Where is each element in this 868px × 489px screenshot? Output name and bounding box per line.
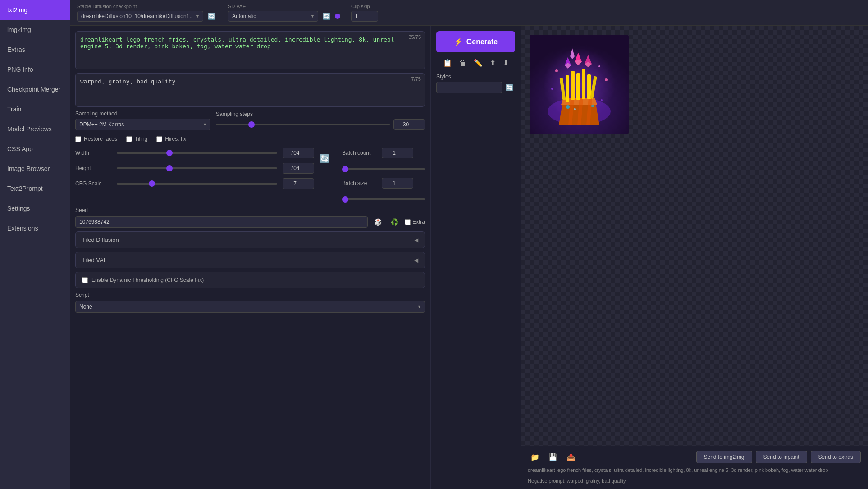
seed-recycle-btn[interactable]: ♻️ bbox=[388, 217, 401, 227]
height-row: Height bbox=[75, 163, 314, 174]
sidebar-item-extensions[interactable]: Extensions bbox=[0, 218, 70, 238]
clip-skip-label: Clip skip bbox=[351, 4, 378, 9]
checkpoint-refresh-btn[interactable]: 🔄 bbox=[206, 12, 217, 21]
svg-rect-8 bbox=[566, 75, 569, 102]
seed-input[interactable] bbox=[75, 216, 368, 228]
tiled-vae-accordion: Tiled VAE ◀ bbox=[75, 252, 425, 268]
svg-line-6 bbox=[579, 98, 581, 125]
sidebar-item-png-info[interactable]: PNG Info bbox=[0, 60, 70, 79]
sidebar-item-extras[interactable]: Extras bbox=[0, 40, 70, 60]
share-image-btn[interactable]: 📤 bbox=[564, 451, 578, 463]
negative-prompt-textarea[interactable]: warped, grainy, bad quality bbox=[76, 74, 425, 105]
sidebar-item-model-previews[interactable]: Model Previews bbox=[0, 119, 70, 139]
generate-button[interactable]: ⚡ Generate bbox=[436, 31, 515, 52]
checkpoint-select[interactable]: dreamlikeDiffusion10_10/dreamlikeDiffusi… bbox=[77, 11, 203, 22]
sidebar-item-image-browser[interactable]: Image Browser bbox=[0, 159, 70, 179]
width-label: Width bbox=[75, 150, 111, 156]
svg-rect-12 bbox=[587, 74, 591, 99]
sidebar-item-checkpoint-merger[interactable]: Checkpoint Merger bbox=[0, 79, 70, 99]
image-and-bottom: 📁 💾 📤 Send to img2img Send to inpaint bbox=[521, 26, 868, 489]
save-image-btn[interactable]: 💾 bbox=[546, 451, 560, 463]
bottom-icons: 📁 💾 📤 bbox=[528, 451, 578, 463]
edit-prompt-btn[interactable]: ✏️ bbox=[472, 57, 484, 69]
vae-select[interactable]: Automatic bbox=[228, 11, 318, 22]
dims-section: Width Height CFG Scale bbox=[75, 148, 314, 189]
sampling-steps-input[interactable] bbox=[393, 119, 425, 130]
sidebar-item-text2prompt[interactable]: Text2Prompt bbox=[0, 179, 70, 198]
svg-point-28 bbox=[591, 105, 594, 107]
sidebar-item-txt2img[interactable]: txt2img bbox=[0, 0, 70, 20]
sidebar-item-img2img[interactable]: img2img bbox=[0, 20, 70, 40]
tiled-diffusion-header[interactable]: Tiled Diffusion ◀ bbox=[76, 232, 425, 248]
send-to-extras-btn[interactable]: Send to extras bbox=[811, 451, 861, 463]
dynamic-thresholding-checkbox[interactable] bbox=[82, 277, 88, 283]
svg-rect-10 bbox=[576, 73, 580, 100]
cfg-slider[interactable] bbox=[117, 183, 277, 185]
sidebar-item-settings[interactable]: Settings bbox=[0, 198, 70, 218]
sampling-steps-slider[interactable] bbox=[216, 124, 390, 125]
batch-size-row: Batch size bbox=[342, 178, 425, 189]
batch-size-slider[interactable] bbox=[342, 198, 425, 200]
open-folder-btn[interactable]: 📁 bbox=[528, 451, 542, 463]
negative-prompt-box: 7/75 warped, grainy, bad quality bbox=[75, 73, 425, 107]
positive-prompt-box: 35/75 dreamlikeart lego french fries, cr… bbox=[75, 31, 425, 69]
sampling-method-select[interactable]: DPM++ 2M Karras Euler a Euler LMS Heun D… bbox=[75, 119, 210, 130]
send-to-inpaint-btn[interactable]: Send to inpaint bbox=[756, 451, 807, 463]
script-label: Script bbox=[75, 292, 425, 298]
generate-icon: ⚡ bbox=[454, 37, 463, 46]
svg-point-27 bbox=[566, 105, 570, 109]
image-canvas bbox=[521, 26, 868, 446]
width-input[interactable] bbox=[283, 148, 314, 158]
bottom-bar: 📁 💾 📤 Send to img2img Send to inpaint bbox=[521, 446, 868, 489]
tiling-checkbox[interactable] bbox=[126, 136, 132, 142]
sampling-method-label: Sampling method bbox=[75, 111, 210, 117]
height-label: Height bbox=[75, 165, 111, 171]
positive-counter: 35/75 bbox=[408, 34, 421, 40]
restore-faces-checkbox[interactable] bbox=[75, 136, 81, 142]
left-panel: 35/75 dreamlikeart lego french fries, cr… bbox=[70, 26, 430, 489]
batch-count-slider[interactable] bbox=[342, 168, 425, 170]
script-select[interactable]: None Prompts from file or textbox X/Y/Z … bbox=[75, 301, 425, 313]
sampling-steps-label: Sampling steps bbox=[216, 111, 425, 117]
swap-dimensions-btn[interactable]: 🔄 bbox=[318, 152, 331, 166]
delete-prompt-btn[interactable]: 🗑 bbox=[457, 57, 468, 69]
vae-refresh-btn[interactable]: 🔄 bbox=[321, 12, 332, 21]
cfg-label: CFG Scale bbox=[75, 180, 111, 187]
batch-size-input[interactable] bbox=[382, 178, 413, 189]
positive-prompt-textarea[interactable]: dreamlikeart lego french fries, crystals… bbox=[76, 32, 425, 68]
download-prompt-btn[interactable]: ⬇ bbox=[501, 57, 511, 69]
hires-fix-checkbox[interactable] bbox=[156, 136, 162, 142]
negative-prompt-info: Negative prompt: warped, grainy, bad qua… bbox=[528, 478, 861, 484]
paste-prompt-btn[interactable]: 📋 bbox=[441, 57, 454, 69]
sidebar-item-train[interactable]: Train bbox=[0, 99, 70, 119]
script-section: Script None Prompts from file or textbox… bbox=[75, 292, 425, 313]
dynamic-thresholding-label: Enable Dynamic Thresholding (CFG Scale F… bbox=[91, 277, 204, 283]
seed-extra-checkbox[interactable] bbox=[405, 219, 411, 225]
dims-batch-row: Width Height CFG Scale bbox=[75, 148, 425, 203]
clip-skip-group: Clip skip bbox=[351, 4, 378, 22]
tiled-diffusion-accordion: Tiled Diffusion ◀ bbox=[75, 231, 425, 248]
cfg-input[interactable] bbox=[283, 178, 314, 189]
sidebar-item-css-app[interactable]: CSS App bbox=[0, 139, 70, 159]
height-slider[interactable] bbox=[117, 167, 277, 169]
width-slider[interactable] bbox=[117, 152, 277, 154]
generated-image[interactable] bbox=[530, 35, 629, 134]
send-to-img2img-btn[interactable]: Send to img2img bbox=[696, 451, 752, 463]
topbar: Stable Diffusion checkpoint dreamlikeDif… bbox=[70, 0, 868, 26]
hires-fix-check[interactable]: Hires. fix bbox=[156, 136, 186, 142]
svg-line-5 bbox=[570, 98, 572, 125]
tiling-check[interactable]: Tiling bbox=[126, 136, 147, 142]
tiled-vae-header[interactable]: Tiled VAE ◀ bbox=[76, 252, 425, 268]
svg-rect-11 bbox=[582, 69, 585, 99]
toolbar-icons: 📋 🗑 ✏️ ⬆ ⬇ bbox=[436, 57, 515, 69]
styles-refresh-btn[interactable]: 🔄 bbox=[504, 83, 515, 92]
upload-prompt-btn[interactable]: ⬆ bbox=[488, 57, 498, 69]
restore-faces-check[interactable]: Restore faces bbox=[75, 136, 117, 142]
clip-skip-input[interactable] bbox=[351, 11, 378, 22]
batch-count-input[interactable] bbox=[382, 148, 413, 158]
seed-random-btn[interactable]: 🎲 bbox=[371, 217, 384, 227]
styles-input[interactable] bbox=[436, 82, 502, 93]
content-area: 35/75 dreamlikeart lego french fries, cr… bbox=[70, 26, 868, 489]
height-input[interactable] bbox=[283, 163, 314, 174]
generated-image-svg bbox=[530, 35, 629, 134]
